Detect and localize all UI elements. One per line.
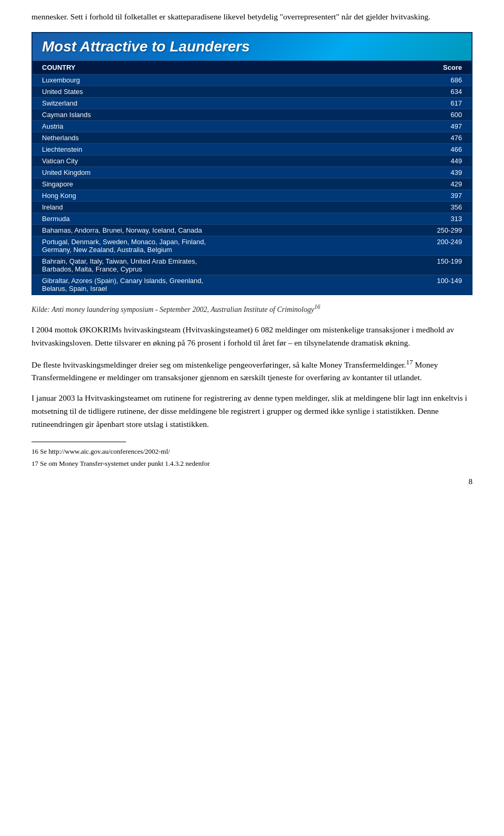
table-body: Luxembourg686United States634Switzerland…	[33, 74, 471, 294]
table-caption: Kilde: Anti money laundering symposium -…	[32, 302, 472, 315]
row-country: Austria	[42, 122, 415, 130]
table-row: Portugal, Denmark, Sweden, Monaco, Japan…	[33, 236, 471, 255]
row-country: Cayman Islands	[42, 111, 415, 119]
row-score: 429	[415, 180, 462, 188]
table-row: United States634	[33, 86, 471, 97]
row-score: 466	[415, 145, 462, 153]
table-row: Hong Kong397	[33, 190, 471, 201]
table-row: Ireland356	[33, 201, 471, 213]
footnotes-divider	[32, 442, 126, 442]
paragraph-2-text: De fleste hvitvaskingsmeldinger dreier s…	[32, 360, 406, 369]
table-row: Netherlands476	[33, 132, 471, 143]
header-score: Score	[443, 64, 462, 71]
row-score: 617	[415, 99, 462, 107]
table-row: Bermuda313	[33, 213, 471, 224]
table-row: Singapore429	[33, 178, 471, 190]
row-country: Luxembourg	[42, 76, 415, 84]
row-country: Switzerland	[42, 99, 415, 107]
caption-superscript: 16	[314, 304, 320, 310]
table-row: United Kingdom439	[33, 166, 471, 178]
footnote-item: 17 Se om Money Transfer-systemet under p…	[32, 458, 472, 469]
row-score: 449	[415, 157, 462, 165]
row-score: 439	[415, 169, 462, 176]
table-row: Bahrain, Qatar, Italy, Taiwan, United Ar…	[33, 255, 471, 275]
row-country: United Kingdom	[42, 169, 415, 176]
row-country: Portugal, Denmark, Sweden, Monaco, Japan…	[42, 238, 415, 254]
row-country: Gibraltar, Azores (Spain), Canary Island…	[42, 277, 415, 292]
row-score: 476	[415, 134, 462, 142]
row-score: 250-299	[415, 226, 462, 234]
table-row: Gibraltar, Azores (Spain), Canary Island…	[33, 275, 471, 294]
paragraph-1: I 2004 mottok ØKOKRIMs hvitvaskingsteam …	[32, 323, 472, 350]
header-country: COUNTRY	[42, 64, 76, 71]
table-row: Bahamas, Andorra, Brunei, Norway, Icelan…	[33, 224, 471, 236]
row-country: Ireland	[42, 203, 415, 211]
row-country: United States	[42, 88, 415, 96]
table-header: COUNTRY Score	[33, 60, 471, 74]
paragraph-3: I januar 2003 la Hvitvaskingsteamet om r…	[32, 392, 472, 431]
row-score: 313	[415, 215, 462, 223]
row-country: Singapore	[42, 180, 415, 188]
row-score: 634	[415, 88, 462, 96]
row-score: 200-249	[415, 238, 462, 254]
row-country: Bermuda	[42, 215, 415, 223]
row-country: Bahrain, Qatar, Italy, Taiwan, United Ar…	[42, 257, 415, 273]
page-number: 8	[32, 477, 472, 486]
table-row: Cayman Islands600	[33, 109, 471, 120]
row-score: 397	[415, 192, 462, 200]
row-score: 356	[415, 203, 462, 211]
footnotes-list: 16 Se http://www.aic.gov.au/conferences/…	[32, 446, 472, 469]
intro-paragraph: mennesker. Sett i forhold til folketalle…	[32, 11, 472, 23]
footnote-item: 16 Se http://www.aic.gov.au/conferences/…	[32, 446, 472, 457]
table-title: Most Attractive to Launderers	[33, 33, 471, 60]
row-score: 686	[415, 76, 462, 84]
launderers-table: Most Attractive to Launderers COUNTRY Sc…	[32, 32, 472, 295]
row-score: 150-199	[415, 257, 462, 273]
row-score: 600	[415, 111, 462, 119]
table-row: Liechtenstein466	[33, 143, 471, 155]
row-country: Liechtenstein	[42, 145, 415, 153]
row-country: Hong Kong	[42, 192, 415, 200]
table-row: Austria497	[33, 120, 471, 132]
row-country: Vatican City	[42, 157, 415, 165]
row-score: 100-149	[415, 277, 462, 292]
row-country: Netherlands	[42, 134, 415, 142]
table-row: Switzerland617	[33, 97, 471, 109]
footnote17-ref: 17	[406, 358, 413, 366]
row-score: 497	[415, 122, 462, 130]
table-row: Luxembourg686	[33, 74, 471, 86]
row-country: Bahamas, Andorra, Brunei, Norway, Icelan…	[42, 226, 415, 234]
table-row: Vatican City449	[33, 155, 471, 166]
paragraph-2: De fleste hvitvaskingsmeldinger dreier s…	[32, 357, 472, 385]
